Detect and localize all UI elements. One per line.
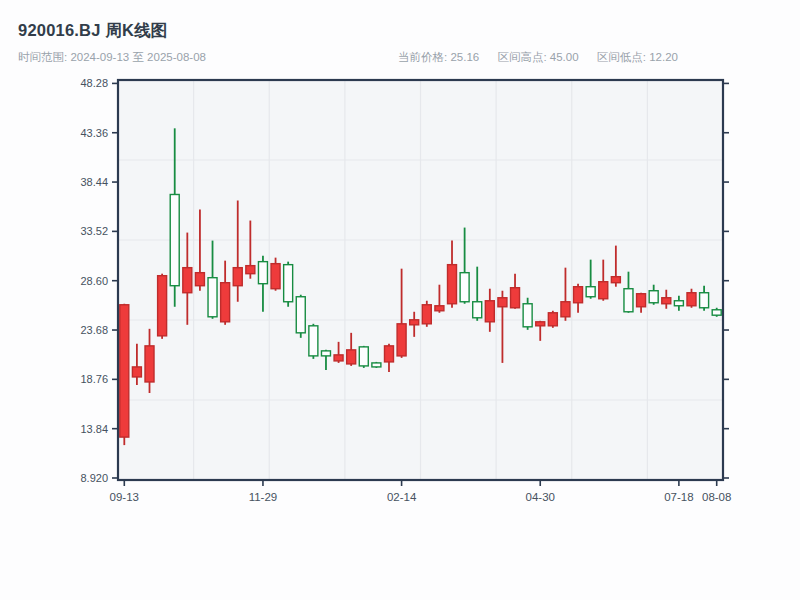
page-title: 920016.BJ 周K线图 bbox=[18, 20, 168, 42]
y-tick-label: 18.76 bbox=[80, 373, 108, 385]
candle-body bbox=[586, 287, 595, 297]
x-tick-label: 02-14 bbox=[387, 491, 417, 503]
candle-body bbox=[624, 289, 633, 312]
range-low-label: 区间低点: 12.20 bbox=[597, 51, 678, 63]
candle-body bbox=[233, 268, 242, 286]
candle-body bbox=[120, 305, 129, 437]
date-range-label: 时间范围: 2024-09-13 至 2025-08-08 bbox=[18, 50, 206, 65]
candle-body bbox=[700, 293, 709, 308]
candle-body bbox=[511, 288, 520, 308]
candle-body bbox=[258, 262, 267, 284]
candle-body bbox=[448, 265, 457, 304]
range-high-label: 区间高点: 45.00 bbox=[497, 51, 578, 63]
candle-body bbox=[334, 355, 343, 361]
candle-body bbox=[485, 301, 494, 322]
candle-body bbox=[132, 367, 141, 377]
candle-body bbox=[536, 322, 545, 326]
candle-body bbox=[523, 304, 532, 327]
candle-body bbox=[422, 305, 431, 324]
candle-down bbox=[359, 346, 368, 368]
candle-body bbox=[158, 276, 167, 336]
y-tick-label: 8.920 bbox=[80, 472, 108, 484]
candle-down bbox=[296, 295, 305, 338]
candle-body bbox=[271, 264, 280, 289]
candle-body bbox=[384, 346, 393, 362]
candle-body bbox=[712, 310, 721, 315]
candle-body bbox=[183, 268, 192, 293]
candle-body bbox=[195, 273, 204, 286]
candle-body bbox=[309, 326, 318, 356]
candle-body bbox=[611, 277, 620, 283]
candle-down bbox=[372, 362, 381, 368]
candle-body bbox=[397, 324, 406, 356]
candle-body bbox=[359, 347, 368, 366]
candle-body bbox=[574, 287, 583, 303]
candle-down bbox=[284, 262, 293, 307]
candle-body bbox=[372, 363, 381, 367]
candle-body bbox=[687, 293, 696, 306]
candle-body bbox=[460, 273, 469, 302]
candle-body bbox=[284, 265, 293, 302]
candle-body bbox=[637, 294, 646, 307]
x-tick-label: 07-18 bbox=[664, 491, 693, 503]
y-tick-label: 28.60 bbox=[80, 275, 108, 287]
candle-body bbox=[662, 298, 671, 304]
candle-body bbox=[473, 302, 482, 318]
candle-body bbox=[208, 278, 217, 317]
candle-body bbox=[599, 282, 608, 299]
candle-body bbox=[561, 302, 570, 317]
candle-body bbox=[548, 313, 557, 326]
y-tick-label: 38.44 bbox=[80, 176, 108, 188]
y-tick-label: 23.68 bbox=[80, 324, 108, 336]
x-tick-label: 11-29 bbox=[249, 491, 278, 503]
candle-down bbox=[309, 324, 318, 359]
x-tick-label: 04-30 bbox=[526, 491, 555, 503]
y-tick-label: 43.36 bbox=[80, 127, 108, 139]
candle-up bbox=[158, 274, 167, 339]
x-tick-label: 09-13 bbox=[110, 491, 139, 503]
candle-body bbox=[435, 306, 444, 311]
candle-body bbox=[170, 194, 179, 285]
candle-up bbox=[422, 301, 431, 327]
price-stats: 当前价格: 25.16 区间高点: 45.00 区间低点: 12.20 bbox=[398, 50, 693, 65]
candle-up bbox=[120, 304, 129, 445]
candle-body bbox=[296, 297, 305, 333]
candle-up bbox=[548, 311, 557, 328]
y-tick-label: 13.84 bbox=[80, 423, 108, 435]
y-tick-label: 33.52 bbox=[80, 225, 108, 237]
candle-body bbox=[221, 283, 230, 322]
candle-body bbox=[145, 346, 154, 382]
candle-body bbox=[410, 320, 419, 325]
x-tick-label: 08-08 bbox=[702, 491, 731, 503]
kline-chart-page: 920016.BJ 周K线图 时间范围: 2024-09-13 至 2025-0… bbox=[0, 0, 800, 600]
candle-body bbox=[347, 350, 356, 364]
candle-body bbox=[649, 291, 658, 303]
current-price-label: 当前价格: 25.16 bbox=[398, 51, 479, 63]
candle-down bbox=[712, 308, 721, 317]
y-tick-label: 48.28 bbox=[80, 77, 108, 89]
candlestick-chart: 48.2843.3638.4433.5228.6023.6818.7613.84… bbox=[0, 70, 800, 600]
candle-body bbox=[674, 301, 683, 306]
candle-body bbox=[498, 298, 507, 307]
candle-body bbox=[246, 266, 255, 274]
candle-body bbox=[321, 351, 330, 356]
